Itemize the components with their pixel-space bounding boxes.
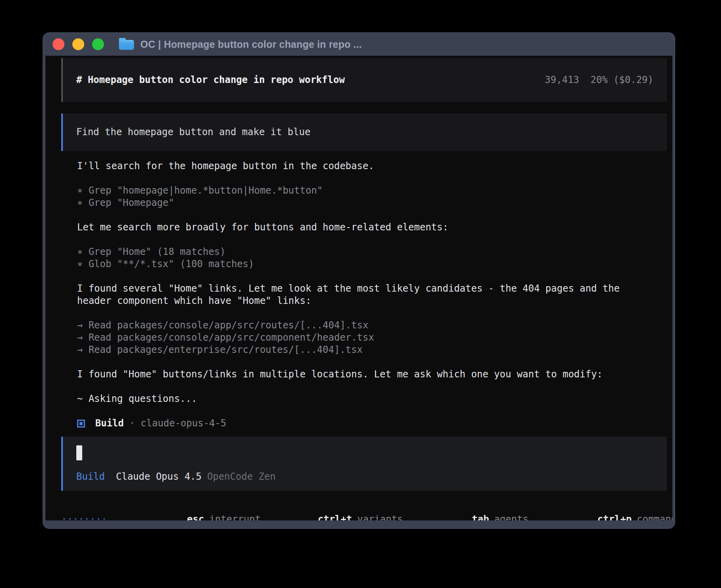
text-cursor [76, 445, 82, 460]
minimize-button-icon[interactable] [72, 38, 84, 50]
window-bottom-chrome [43, 520, 675, 528]
session-header: # Homepage button color change in repo w… [61, 58, 667, 102]
hint-label: agents [494, 514, 528, 520]
hint-interrupt: escinterrupt [130, 501, 261, 520]
hint-label: interrupt [209, 514, 260, 520]
blank-line [77, 405, 657, 417]
agent-model: claude-opus-4-5 [141, 417, 226, 430]
assistant-message: I found several "Home" links. Let me loo… [77, 283, 635, 307]
input-status-line: Build Claude Opus 4.5 OpenCode Zen [76, 471, 653, 483]
blank-line [77, 381, 657, 393]
conversation-transcript: I'll search for the homepage button in t… [77, 160, 657, 430]
zoom-button-icon[interactable] [92, 38, 104, 50]
terminal-content: # Homepage button color change in repo w… [45, 56, 672, 520]
agent-task-row: Build · claude-opus-4-5 [77, 417, 657, 430]
build-agent-icon [77, 420, 85, 428]
context-cost: 20% ($0.29) [591, 74, 653, 86]
hint-label: variants [357, 514, 403, 520]
token-count: 39,413 [545, 74, 579, 86]
input-model-label: Claude Opus 4.5 [116, 471, 202, 483]
hint-commands: ctrl+pcommands [540, 501, 672, 520]
window-title: OC | Homepage button color change in rep… [140, 39, 362, 50]
user-message: Find the homepage button and make it blu… [61, 113, 667, 151]
tool-call-read: → Read packages/console/app/src/routes/[… [77, 319, 657, 332]
title-bar: OC | Homepage button color change in rep… [43, 33, 675, 56]
hint-label: commands [637, 514, 672, 520]
tool-call-grep: ∗ Grep "Home" (18 matches) [77, 246, 657, 258]
tool-call-grep: ∗ Grep "homepage|home.*button|Home.*butt… [77, 185, 657, 197]
status-bar-left: ········ escinterrupt [61, 501, 261, 520]
hint-key: ctrl+t [318, 514, 352, 520]
input-agent-label: Build [76, 471, 105, 483]
assistant-message: I found "Home" buttons/links in multiple… [77, 368, 635, 381]
hint-key: ctrl+p [597, 514, 632, 520]
tool-call-read: → Read packages/console/app/src/componen… [77, 332, 657, 344]
assistant-message: I'll search for the homepage button in t… [77, 160, 635, 172]
status-bar: ········ escinterrupt ctrl+tvariants tab… [61, 501, 657, 520]
tool-call-grep: ∗ Grep "Homepage" [77, 197, 657, 209]
hint-key: esc [187, 514, 204, 520]
blank-line [77, 172, 657, 185]
tool-call-read: → Read packages/enterprise/src/routes/[.… [77, 344, 657, 356]
close-button-icon[interactable] [53, 38, 64, 50]
prompt-input[interactable]: Build Claude Opus 4.5 OpenCode Zen [61, 437, 667, 491]
spinner-dots-icon: ········ [61, 513, 107, 520]
agent-name: Build [95, 417, 124, 430]
input-provider-label: OpenCode Zen [207, 471, 276, 483]
assistant-message: Let me search more broadly for buttons a… [77, 221, 635, 234]
agent-separator: · [129, 417, 135, 430]
blank-line [77, 307, 657, 319]
status-bar-right: ctrl+tvariants tabagents ctrl+pcommands [261, 501, 673, 520]
folder-icon [119, 40, 134, 50]
blank-line [77, 270, 657, 283]
hint-variants: ctrl+tvariants [261, 501, 403, 520]
session-title: # Homepage button color change in repo w… [76, 74, 345, 86]
assistant-status: ~ Asking questions... [77, 393, 635, 405]
tool-call-glob: ∗ Glob "**/*.tsx" (100 matches) [77, 258, 657, 270]
blank-line [77, 234, 657, 246]
app-window: OC | Homepage button color change in rep… [43, 32, 675, 529]
hint-agents: tabagents [415, 501, 528, 520]
session-stats: 39,413 20% ($0.29) [545, 74, 653, 86]
blank-line [77, 356, 657, 368]
blank-line [77, 209, 657, 221]
hint-key: tab [472, 514, 489, 520]
